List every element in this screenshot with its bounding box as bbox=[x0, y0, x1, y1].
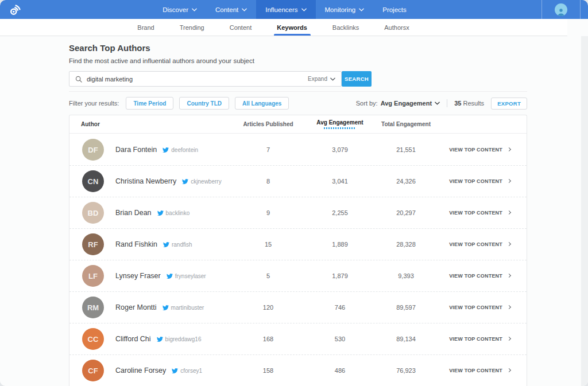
export-button[interactable]: EXPORT bbox=[491, 98, 527, 110]
chevron-right-icon bbox=[507, 210, 511, 215]
subnav-tab[interactable]: Trending bbox=[167, 19, 217, 36]
twitter-icon bbox=[172, 368, 178, 374]
avg-engagement-value: 1,889 bbox=[308, 241, 372, 248]
twitter-icon bbox=[182, 178, 188, 185]
topbar-nav-item[interactable]: Monitoring bbox=[316, 0, 374, 19]
total-engagement-value: 28,328 bbox=[372, 241, 440, 248]
articles-published-value: 7 bbox=[228, 146, 308, 153]
twitter-handle-link[interactable]: cforsey1 bbox=[172, 368, 202, 374]
avg-engagement-value: 530 bbox=[308, 336, 372, 342]
topbar-nav-label: Monitoring bbox=[325, 6, 356, 13]
subnav-tab-label: Authorsx bbox=[384, 24, 409, 31]
view-top-content-link[interactable]: VIEW TOP CONTENT bbox=[440, 305, 527, 310]
view-top-content-link[interactable]: VIEW TOP CONTENT bbox=[440, 336, 527, 342]
twitter-handle-text: frynseylaser bbox=[175, 273, 206, 279]
chevron-right-icon bbox=[507, 147, 511, 151]
results-label: Results bbox=[463, 100, 484, 107]
filter-chip[interactable]: Country TLD bbox=[179, 97, 229, 110]
twitter-icon bbox=[157, 210, 164, 216]
page-subtitle: Find the most active and influential aut… bbox=[69, 57, 527, 64]
view-top-content-link[interactable]: VIEW TOP CONTENT bbox=[440, 273, 527, 279]
topbar-nav-item[interactable]: Projects bbox=[373, 0, 416, 19]
column-articles-published[interactable]: Articles Published bbox=[228, 121, 308, 127]
column-total-engagement[interactable]: Total Engagement bbox=[372, 121, 440, 127]
author-avatar: RM bbox=[82, 297, 104, 318]
search-box: Expand bbox=[69, 71, 342, 87]
subnav: Brand Trending Content Keywords Backlink… bbox=[0, 19, 567, 36]
articles-published-value: 15 bbox=[228, 241, 308, 248]
view-top-content-label: VIEW TOP CONTENT bbox=[449, 178, 502, 184]
view-top-content-link[interactable]: VIEW TOP CONTENT bbox=[440, 210, 527, 216]
subnav-tab[interactable]: Authorsx bbox=[372, 19, 421, 36]
person-icon bbox=[556, 7, 566, 16]
main-content: Search Top Authors Find the most active … bbox=[0, 36, 588, 386]
column-author[interactable]: Author bbox=[69, 121, 228, 127]
avatar-initials: DF bbox=[88, 146, 98, 154]
author-cell: CC Clifford Chi bigreddawg16 bbox=[69, 328, 228, 350]
view-top-content-label: VIEW TOP CONTENT bbox=[449, 336, 502, 342]
topbar-nav-item[interactable]: Influencers bbox=[256, 0, 315, 19]
chevron-down-icon bbox=[330, 77, 335, 81]
author-avatar: LF bbox=[82, 265, 104, 287]
twitter-handle-link[interactable]: ckjnewberry bbox=[182, 178, 221, 185]
twitter-handle-link[interactable]: bigreddawg16 bbox=[157, 336, 202, 342]
author-cell: BD Brian Dean backlinko bbox=[69, 202, 228, 224]
view-top-content-label: VIEW TOP CONTENT bbox=[449, 147, 502, 153]
twitter-icon bbox=[157, 336, 163, 342]
sort-indicator bbox=[324, 127, 356, 129]
filter-chip[interactable]: Time Period bbox=[126, 97, 173, 110]
twitter-handle-link[interactable]: randfish bbox=[163, 241, 192, 248]
chevron-right-icon bbox=[507, 179, 511, 183]
top-navigation-bar: Discover Content Influencers Monitoring … bbox=[0, 0, 588, 19]
articles-published-value: 5 bbox=[228, 272, 308, 279]
total-engagement-value: 9,393 bbox=[372, 272, 440, 279]
view-top-content-link[interactable]: VIEW TOP CONTENT bbox=[440, 368, 527, 373]
filter-chip[interactable]: All Languages bbox=[235, 97, 289, 110]
author-name: Roger Montti bbox=[115, 303, 157, 311]
table-row: BD Brian Dean backlinko 9 2,255 20,297 V… bbox=[69, 197, 527, 228]
subnav-tab[interactable]: Keywords bbox=[264, 19, 320, 36]
authors-table: Author Articles Published Avg Engagement… bbox=[69, 115, 527, 386]
search-button[interactable]: SEARCH bbox=[342, 71, 372, 87]
avg-engagement-value: 2,255 bbox=[308, 209, 372, 216]
twitter-handle-link[interactable]: deefontein bbox=[163, 147, 198, 153]
sort-label: Sort by: bbox=[356, 100, 378, 107]
subnav-tab-label: Trending bbox=[180, 24, 204, 31]
avatar-initials: RM bbox=[87, 303, 99, 312]
avatar-initials: RF bbox=[88, 240, 98, 249]
view-top-content-label: VIEW TOP CONTENT bbox=[449, 368, 502, 373]
search-input[interactable] bbox=[87, 76, 308, 83]
subnav-tab[interactable]: Brand bbox=[125, 19, 167, 36]
topbar-nav-item[interactable]: Content bbox=[206, 0, 256, 19]
author-avatar: BD bbox=[82, 202, 104, 224]
topbar-nav-item[interactable]: Discover bbox=[153, 0, 206, 19]
scrollbar-track[interactable] bbox=[581, 36, 588, 386]
author-name: Rand Fishkin bbox=[115, 240, 157, 248]
app-logo[interactable] bbox=[8, 2, 23, 17]
view-top-content-link[interactable]: VIEW TOP CONTENT bbox=[440, 147, 527, 153]
table-header: Author Articles Published Avg Engagement… bbox=[69, 115, 527, 134]
avg-engagement-value: 3,041 bbox=[308, 178, 372, 185]
table-row: CC Clifford Chi bigreddawg16 168 530 89,… bbox=[69, 323, 527, 354]
filter-chip-label: Time Period bbox=[133, 100, 166, 107]
author-cell: RM Roger Montti martinibuster bbox=[69, 297, 228, 318]
author-cell: LF Lynsey Fraser frynseylaser bbox=[69, 265, 228, 287]
total-engagement-value: 20,297 bbox=[372, 209, 440, 216]
chevron-right-icon bbox=[507, 337, 511, 341]
view-top-content-link[interactable]: VIEW TOP CONTENT bbox=[440, 178, 527, 184]
expand-toggle[interactable]: Expand bbox=[308, 76, 335, 82]
subnav-tab[interactable]: Content bbox=[217, 19, 265, 36]
twitter-handle-link[interactable]: martinibuster bbox=[163, 305, 204, 311]
vertical-divider bbox=[447, 99, 447, 107]
twitter-handle-link[interactable]: frynseylaser bbox=[167, 273, 206, 279]
user-avatar-button[interactable] bbox=[555, 3, 567, 16]
column-avg-engagement[interactable]: Avg Engagement bbox=[308, 119, 372, 129]
view-top-content-link[interactable]: VIEW TOP CONTENT bbox=[440, 241, 527, 247]
sort-dropdown[interactable]: Sort by: Avg Engagement bbox=[356, 100, 440, 107]
rss-broadcast-icon bbox=[8, 2, 23, 17]
twitter-icon bbox=[163, 241, 169, 248]
author-name: Caroline Forsey bbox=[115, 366, 166, 375]
subnav-tab[interactable]: Backlinks bbox=[320, 19, 372, 36]
results-number: 35 bbox=[454, 100, 461, 107]
twitter-handle-link[interactable]: backlinko bbox=[157, 210, 190, 216]
